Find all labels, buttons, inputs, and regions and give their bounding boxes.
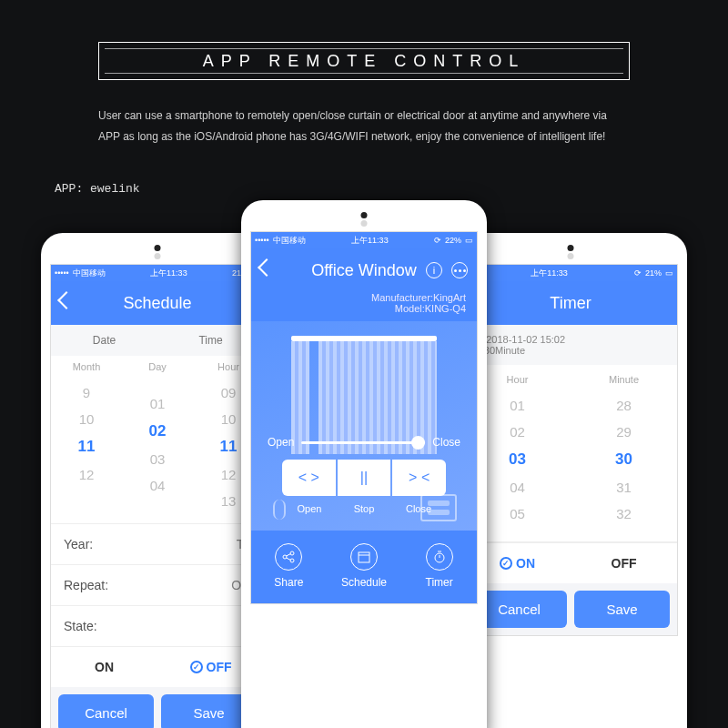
state-on-button[interactable]: ON xyxy=(51,647,157,687)
battery-text: 21% xyxy=(645,268,662,278)
loading-icon: ⟳ xyxy=(434,236,441,245)
phone-schedule: ••••• 中国移动 上午11:33 21% ▭ Schedule Date T… xyxy=(41,233,274,728)
share-button[interactable]: Share xyxy=(251,543,327,589)
timer-icon xyxy=(426,543,453,571)
picker-label-minute: Minute xyxy=(571,374,677,385)
slider-label-close: Close xyxy=(432,436,460,449)
app-label: APP: ewelink xyxy=(55,182,140,196)
stop-label: Stop xyxy=(337,503,391,514)
battery-icon: ▭ xyxy=(665,268,673,278)
open-button[interactable]: < > xyxy=(282,460,336,496)
status-time: 上午11:33 xyxy=(309,235,430,247)
back-icon[interactable] xyxy=(258,258,276,277)
battery-text: 22% xyxy=(445,236,461,245)
picker-label-day: Day xyxy=(122,361,193,372)
loading-icon: ⟳ xyxy=(634,268,642,278)
screen-timer: 上午11:33 ⟳ 21% ▭ Timer at:2018-11-02 15:0… xyxy=(463,264,678,636)
schedule-button[interactable]: Schedule xyxy=(327,543,402,589)
open-label: Open xyxy=(282,503,337,514)
phone-device: ••••• 中国移动 上午11:33 ⟳ 22% ▭ Office Window… xyxy=(241,200,487,728)
row-state[interactable]: State: xyxy=(51,605,264,646)
more-icon[interactable] xyxy=(451,262,468,278)
title-inner-border xyxy=(105,48,623,74)
timer-meta: at:2018-11-02 15:02 ur30Minute xyxy=(464,325,677,365)
header-title: Office Window xyxy=(311,261,417,280)
screen-device: ••••• 中国移动 上午11:33 ⟳ 22% ▭ Office Window… xyxy=(250,231,478,604)
share-icon xyxy=(275,543,302,571)
signal-icon: ••••• xyxy=(55,268,69,278)
info-icon[interactable]: i xyxy=(426,262,442,278)
svg-point-1 xyxy=(290,551,294,555)
header-title: Schedule xyxy=(123,294,191,313)
phone-timer: 上午11:33 ⟳ 21% ▭ Timer at:2018-11-02 15:0… xyxy=(454,233,687,728)
check-icon: ✓ xyxy=(500,557,512,570)
row-year[interactable]: Year:Th xyxy=(51,523,264,564)
carrier: 中国移动 xyxy=(73,268,106,279)
battery-icon: ▭ xyxy=(465,236,473,245)
open-close-slider[interactable]: Open Close xyxy=(268,436,460,449)
curtain-visual: Open Close < > || > < Open Stop Close xyxy=(251,321,477,531)
carrier: 中国移动 xyxy=(273,235,306,247)
duration-picker[interactable]: Hour 01 02 03 04 05 Minute 28 29 30 31 3… xyxy=(464,365,677,542)
phone-camera xyxy=(361,212,368,218)
header-timer: Timer xyxy=(464,281,677,325)
stop-button[interactable]: || xyxy=(338,460,391,496)
header-schedule: Schedule xyxy=(51,281,264,325)
timer-button[interactable]: Timer xyxy=(401,543,477,589)
calendar-icon xyxy=(350,543,378,571)
statusbar: ••••• 中国移动 上午11:33 ⟳ 22% ▭ xyxy=(251,232,477,248)
check-icon: ✓ xyxy=(190,661,203,673)
slider-thumb[interactable] xyxy=(411,436,425,450)
schedule-tabs: Date Time xyxy=(51,325,264,356)
svg-point-2 xyxy=(290,559,294,562)
title-box: APP REMOTE CONTROL xyxy=(98,42,630,80)
state-off-button[interactable]: OFF xyxy=(571,543,677,583)
status-time: 上午11:33 xyxy=(468,268,631,279)
statusbar: 上午11:33 ⟳ 21% ▭ xyxy=(464,265,677,281)
screen-schedule: ••••• 中国移动 上午11:33 21% ▭ Schedule Date T… xyxy=(50,264,265,728)
signal-icon: ••••• xyxy=(255,236,269,245)
save-button[interactable]: Save xyxy=(574,591,670,628)
header-device: Office Window i xyxy=(251,248,477,292)
control-buttons: < > || > < xyxy=(282,460,446,496)
description-text: User can use a smartphone to remotely op… xyxy=(98,106,630,147)
cancel-button[interactable]: Cancel xyxy=(58,694,154,728)
back-icon[interactable] xyxy=(57,291,76,309)
phone-camera xyxy=(155,245,161,251)
statusbar: ••••• 中国移动 上午11:33 21% ▭ xyxy=(51,265,264,281)
svg-rect-5 xyxy=(359,552,369,562)
device-meta: Manufacturer:KingArt Model:KING-Q4 xyxy=(251,292,477,321)
bottom-actions: Share Schedule Timer xyxy=(251,531,477,603)
close-button[interactable]: > < xyxy=(392,460,446,496)
phones-row: ••••• 中国移动 上午11:33 21% ▭ Schedule Date T… xyxy=(0,200,728,728)
picker-label-month: Month xyxy=(51,361,122,372)
close-label: Close xyxy=(391,503,446,514)
header-title: Timer xyxy=(550,294,591,313)
svg-line-4 xyxy=(287,558,291,561)
tab-date[interactable]: Date xyxy=(51,325,157,356)
slider-label-open: Open xyxy=(268,436,294,449)
status-time: 上午11:33 xyxy=(109,268,228,279)
row-repeat[interactable]: Repeat:Onl xyxy=(51,564,264,605)
phone-camera xyxy=(568,245,574,251)
date-picker[interactable]: Month 9 10 11 12 Day 01 02 03 04 xyxy=(51,356,264,523)
svg-line-3 xyxy=(287,554,291,557)
